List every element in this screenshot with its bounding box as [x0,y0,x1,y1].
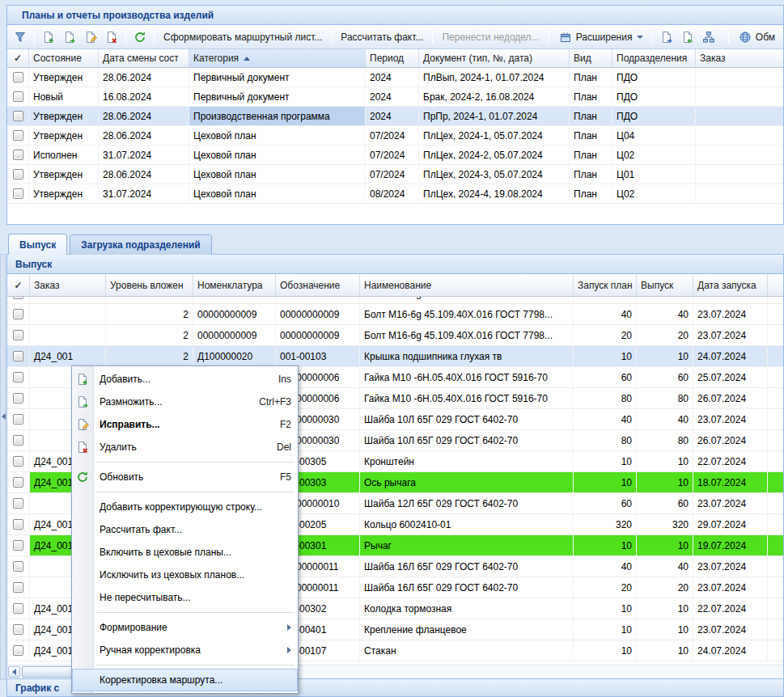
row-checkbox[interactable] [13,435,23,446]
row-checkbox[interactable] [13,645,23,656]
row-checkbox[interactable] [13,393,23,403]
table-row[interactable]: Утвержден28.06.2024Цеховой план07/2024Пл… [7,165,783,184]
row-checkbox[interactable] [13,72,23,82]
column-header-4[interactable]: Документ (тип, №, дата) [419,49,570,67]
cell: Цеховой план [189,146,366,164]
column-header-5[interactable]: Запуск план [574,274,637,296]
table-row[interactable]: Утвержден31.07.2024Цеховой план08/2024Пл… [7,184,783,204]
edit-document-icon[interactable] [81,28,100,46]
delete-document-icon[interactable] [102,28,121,46]
row-checkbox[interactable] [13,91,23,102]
select-all-header[interactable]: ✓ [7,49,29,67]
cell: Утвержден [29,68,99,87]
row-checkbox[interactable] [13,477,23,488]
cell: 2024 [366,68,419,87]
cell: 29.07.2024 [693,514,768,534]
column-header-7[interactable]: Заказ [696,49,783,67]
column-header-2[interactable]: Категория [189,49,366,67]
menu-item-add-correction-row[interactable]: Добавить корректирующую строку... [72,496,298,518]
import-icon[interactable] [678,28,697,46]
menu-item-manual-correction[interactable]: Ручная корректировка [72,639,298,661]
column-header-label: Обозначение [280,280,340,291]
extensions-button[interactable]: Расширения [553,26,649,49]
row-checkbox[interactable] [13,351,23,361]
table-row[interactable]: Утвержден28.06.2024Цеховой план07/2024Пл… [7,126,783,146]
cell: План [570,165,612,184]
row-checkbox[interactable] [13,297,23,299]
plans-grid-body: Утвержден28.06.2024Первичный документ202… [7,68,783,204]
row-checkbox[interactable] [13,372,23,382]
menu-item-add[interactable]: Добавить...Ins [72,368,298,391]
calc-fact-button[interactable]: Рассчитать факт... [336,29,428,45]
row-checkbox[interactable] [13,150,23,160]
column-header-2[interactable]: Номенклатура [193,274,276,296]
row-checkbox[interactable] [13,188,23,199]
cell: 001-00103 [276,346,360,366]
row-checkbox-cell [7,346,30,366]
cell: Цеховой план [189,126,366,145]
column-header-3[interactable]: Период [366,49,419,67]
column-header-3[interactable]: Обозначение [276,274,360,296]
table-row[interactable]: 20000000000900000000009Болт М16-6g 45.10… [7,304,783,325]
exchange-button[interactable]: Обм [733,26,780,49]
cell: 40 [574,304,637,324]
menu-item-delete[interactable]: УдалитьDel [72,436,298,458]
column-header-4[interactable]: Наименование [360,274,574,296]
row-checkbox[interactable] [13,456,23,467]
collapse-splitter[interactable] [0,254,6,680]
cell: 28.06.2024 [99,126,189,145]
caret-down-icon [637,36,643,39]
row-checkbox[interactable] [13,519,23,530]
column-header-5[interactable]: Вид [570,49,612,67]
tab-vypusk[interactable]: Выпуск [8,234,67,255]
toolbar-separator [125,30,126,44]
menu-item-edit[interactable]: Исправить...F2 [72,413,298,436]
duplicate-document-icon[interactable] [60,28,79,46]
refresh-icon[interactable] [130,28,150,46]
row-checkbox[interactable] [13,111,23,121]
table-row[interactable]: 20000000000900000000009Болт М16-6g 45.10… [7,325,783,346]
form-route-list-button[interactable]: Сформировать маршрутный лист... [159,29,327,45]
tab-zagruzka-podrazdeleniy[interactable]: Загрузка подразделений [70,234,211,255]
row-checkbox[interactable] [13,330,23,340]
filter-icon[interactable] [11,28,30,46]
row-checkbox[interactable] [13,561,23,572]
column-header-0[interactable]: Состояние [29,49,99,67]
table-row[interactable]: 20000000000900000000009Болт М16-6g 45.10… [7,297,783,304]
column-header-6[interactable]: Подразделения [612,49,696,67]
row-checkbox[interactable] [13,130,23,141]
table-row[interactable]: Исполнен31.07.2024Цеховой план07/2024ПлЦ… [7,146,783,165]
row-checkbox[interactable] [13,540,23,551]
toolbar-separator [432,30,433,44]
column-header-6[interactable]: Выпуск [637,274,693,296]
menu-item-no-recalc[interactable]: Не пересчитывать... [72,586,298,609]
table-row[interactable]: Новый16.08.2024Первичный документ2024Бра… [7,87,783,107]
row-checkbox[interactable] [13,498,23,509]
export-icon[interactable] [657,28,676,46]
menu-item-calc-fact[interactable]: Рассчитать факт... [72,518,298,541]
menu-item-duplicate[interactable]: Размножить...Ctrl+F3 [72,391,298,413]
column-header-0[interactable]: Заказ [30,274,106,296]
table-row[interactable]: Д24_0012Д100000020001-00103Крышка подшип… [7,346,783,367]
column-header-1[interactable]: Дата смены сост [99,49,189,67]
column-header-1[interactable]: Уровень вложен [106,274,193,296]
menu-item-exclude-shop-plans[interactable]: Исключить из цеховых планов... [72,564,298,586]
menu-item-include-shop-plans[interactable]: Включить в цеховые планы... [72,541,298,564]
scroll-left-button[interactable] [8,666,20,678]
cell: Ц02 [612,146,696,164]
row-checkbox[interactable] [13,169,23,180]
row-checkbox[interactable] [13,309,23,319]
new-document-icon[interactable] [39,28,58,46]
table-row[interactable]: Утвержден28.06.2024Производственная прог… [7,107,783,126]
row-checkbox[interactable] [13,624,23,635]
table-row[interactable]: Утвержден28.06.2024Первичный документ202… [7,68,783,87]
column-header-7[interactable]: Дата запуска [693,274,768,296]
structure-tree-icon[interactable] [699,28,718,46]
menu-item-formation[interactable]: Формирование [72,616,298,639]
row-checkbox[interactable] [13,582,23,593]
row-checkbox[interactable] [13,414,23,425]
select-all-header[interactable]: ✓ [7,274,30,296]
menu-item-refresh[interactable]: ОбновитьF5 [72,466,298,488]
row-checkbox[interactable] [13,603,23,614]
menu-item-route-correction[interactable]: Корректировка маршрута... [72,669,298,691]
